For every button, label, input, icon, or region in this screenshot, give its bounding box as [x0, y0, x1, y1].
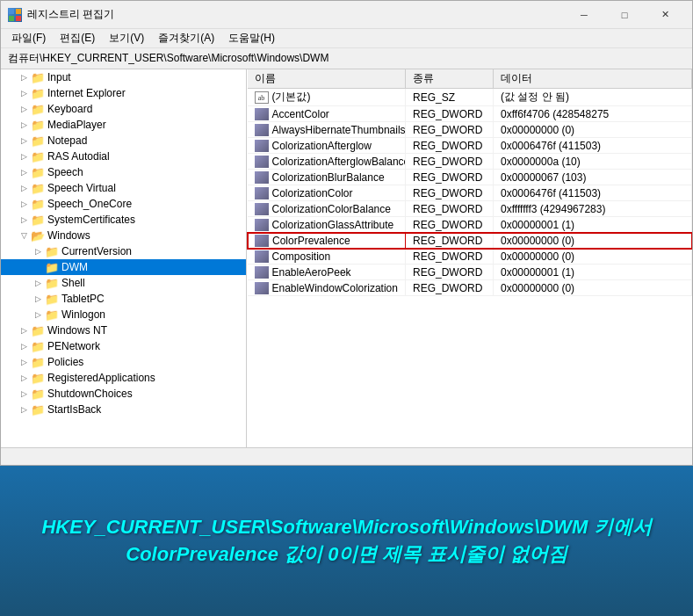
tree-item-ie[interactable]: ▷ 📁 Internet Explorer [1, 85, 246, 101]
expand-icon[interactable]: ▷ [17, 371, 31, 385]
tree-item-speech[interactable]: ▷ 📁 Speech [1, 164, 246, 180]
status-bar [1, 447, 692, 465]
table-row[interactable]: Composition REG_DWORD 0x00000000 (0) [248, 249, 692, 265]
expand-icon[interactable]: ▷ [17, 149, 31, 163]
maximize-button[interactable]: □ [604, 1, 645, 29]
tree-item-registeredapps[interactable]: ▷ 📁 RegisteredApplications [1, 370, 246, 386]
minimize-button[interactable]: ─ [564, 1, 604, 29]
expand-icon[interactable]: ▷ [17, 86, 31, 100]
col-header-name[interactable]: 이름 [248, 69, 406, 89]
folder-icon: 📁 [45, 245, 59, 257]
expand-icon[interactable]: ▽ [17, 228, 31, 243]
expand-icon[interactable]: ▷ [17, 181, 31, 195]
tree-item-shell[interactable]: ▷ 📁 Shell [1, 275, 246, 291]
folder-icon: 📁 [31, 71, 45, 83]
expand-icon[interactable]: ▷ [17, 70, 31, 84]
folder-icon: 📁 [31, 388, 45, 400]
bottom-overlay: HKEY_CURRENT_USER\Software\Microsoft\Win… [0, 466, 693, 616]
tree-item-keyboard[interactable]: ▷ 📁 Keyboard [1, 101, 246, 117]
svg-rect-0 [9, 9, 14, 14]
tree-item-currentversion[interactable]: ▷ 📁 CurrentVersion [1, 243, 246, 259]
tree-item-policies[interactable]: ▷ 📁 Policies [1, 354, 246, 370]
col-header-type[interactable]: 종류 [406, 69, 494, 89]
expand-icon[interactable]: ▷ [31, 276, 45, 290]
expand-icon[interactable]: ▷ [17, 402, 31, 417]
address-bar: 컴퓨터\HKEY_CURRENT_USER\Software\Microsoft… [1, 48, 692, 69]
expand-icon[interactable]: ▷ [17, 118, 31, 132]
folder-icon: 📁 [31, 119, 45, 131]
folder-icon: 📁 [31, 214, 45, 226]
close-button[interactable]: ✕ [645, 1, 685, 29]
folder-icon: 📁 [45, 277, 59, 289]
expand-icon[interactable] [31, 260, 45, 274]
svg-rect-3 [16, 16, 21, 21]
expand-icon[interactable]: ▷ [17, 213, 31, 227]
folder-icon: 📂 [31, 229, 45, 242]
col-header-data[interactable]: 데이터 [494, 69, 692, 89]
table-row[interactable]: EnableWindowColorization REG_DWORD 0x000… [248, 280, 692, 296]
main-content: ▷ 📁 Input ▷ 📁 Internet Explorer ▷ 📁 Keyb… [1, 69, 692, 447]
table-row[interactable]: ColorizationGlassAttribute REG_DWORD 0x0… [248, 217, 692, 233]
tree-item-winlogon[interactable]: ▷ 📁 Winlogon [1, 307, 246, 322]
table-row[interactable]: ColorizationAfterglowBalance REG_DWORD 0… [248, 154, 692, 170]
expand-icon[interactable]: ▷ [31, 292, 45, 306]
folder-icon: 📁 [31, 324, 45, 337]
tree-item-speechonecore[interactable]: ▷ 📁 Speech_OneCore [1, 196, 246, 212]
tree-item-mediaplayer[interactable]: ▷ 📁 MediaPlayer [1, 117, 246, 133]
registry-table: 이름 종류 데이터 ab(기본값) REG_SZ (값 설정 안 됨) [247, 69, 692, 296]
folder-icon: 📁 [31, 356, 45, 368]
folder-icon: 📁 [31, 166, 45, 178]
svg-rect-2 [9, 16, 14, 21]
folder-icon: 📁 [31, 340, 45, 352]
tree-item-speechvirtual[interactable]: ▷ 📁 Speech Virtual [1, 180, 246, 196]
tree-item-input[interactable]: ▷ 📁 Input [1, 69, 246, 85]
folder-icon: 📁 [31, 403, 45, 416]
title-bar: 레지스트리 편집기 ─ □ ✕ [1, 1, 692, 29]
svg-rect-1 [16, 9, 21, 14]
expand-icon[interactable]: ▷ [31, 244, 45, 258]
expand-icon[interactable]: ▷ [17, 355, 31, 369]
expand-icon[interactable]: ▷ [17, 197, 31, 211]
table-row[interactable]: AlwaysHibernateThumbnails REG_DWORD 0x00… [248, 122, 692, 138]
expand-icon[interactable]: ▷ [17, 387, 31, 401]
expand-icon[interactable]: ▷ [17, 134, 31, 148]
table-row[interactable]: ColorizationBlurBalance REG_DWORD 0x0000… [248, 170, 692, 185]
folder-icon: 📁 [31, 182, 45, 194]
tree-item-windowsnt[interactable]: ▷ 📁 Windows NT [1, 322, 246, 338]
expand-icon[interactable]: ▷ [17, 165, 31, 179]
folder-icon: 📁 [45, 261, 59, 273]
folder-icon: 📁 [31, 87, 45, 99]
folder-icon: 📁 [31, 150, 45, 163]
tree-item-systemcerts[interactable]: ▷ 📁 SystemCertificates [1, 212, 246, 228]
tree-item-startisback[interactable]: ▷ 📁 StartIsBack [1, 402, 246, 417]
menu-edit[interactable]: 편집(E) [53, 29, 102, 47]
menu-favorites[interactable]: 즐겨찾기(A) [151, 29, 221, 47]
tree-item-notepad[interactable]: ▷ 📁 Notepad [1, 133, 246, 149]
menu-view[interactable]: 보기(V) [102, 29, 151, 47]
table-row[interactable]: ColorizationColorBalance REG_DWORD 0xfff… [248, 201, 692, 217]
expand-icon[interactable]: ▷ [17, 323, 31, 337]
tree-item-penetwork[interactable]: ▷ 📁 PENetwork [1, 338, 246, 354]
registry-table-scroll[interactable]: 이름 종류 데이터 ab(기본값) REG_SZ (값 설정 안 됨) [247, 69, 692, 447]
tree-item-tabletpc[interactable]: ▷ 📁 TabletPC [1, 291, 246, 307]
tree-item-shutdownchoices[interactable]: ▷ 📁 ShutdownChoices [1, 386, 246, 402]
tree-item-ras[interactable]: ▷ 📁 RAS Autodial [1, 149, 246, 164]
tree-panel[interactable]: ▷ 📁 Input ▷ 📁 Internet Explorer ▷ 📁 Keyb… [1, 69, 247, 447]
app-icon [8, 8, 22, 22]
folder-icon: 📁 [45, 308, 59, 321]
expand-icon[interactable]: ▷ [17, 339, 31, 353]
menu-help[interactable]: 도움말(H) [221, 29, 282, 47]
table-row[interactable]: EnableAeroPeek REG_DWORD 0x00000001 (1) [248, 265, 692, 280]
tree-item-dwm[interactable]: 📁 DWM [1, 259, 246, 275]
table-row-highlighted[interactable]: ColorPrevalence REG_DWORD 0x00000000 (0) [248, 233, 692, 249]
expand-icon[interactable]: ▷ [17, 102, 31, 116]
table-row[interactable]: AccentColor REG_DWORD 0xff6f4706 (428548… [248, 106, 692, 122]
expand-icon[interactable]: ▷ [31, 308, 45, 322]
tree-item-windows[interactable]: ▽ 📂 Windows [1, 228, 246, 243]
table-row[interactable]: ab(기본값) REG_SZ (값 설정 안 됨) [248, 89, 692, 106]
table-row[interactable]: ColorizationAfterglow REG_DWORD 0x000647… [248, 138, 692, 154]
address-path: 컴퓨터\HKEY_CURRENT_USER\Software\Microsoft… [8, 51, 328, 66]
title-controls: ─ □ ✕ [564, 1, 685, 29]
table-row[interactable]: ColorizationColor REG_DWORD 0x0006476f (… [248, 185, 692, 201]
menu-file[interactable]: 파일(F) [4, 29, 53, 47]
